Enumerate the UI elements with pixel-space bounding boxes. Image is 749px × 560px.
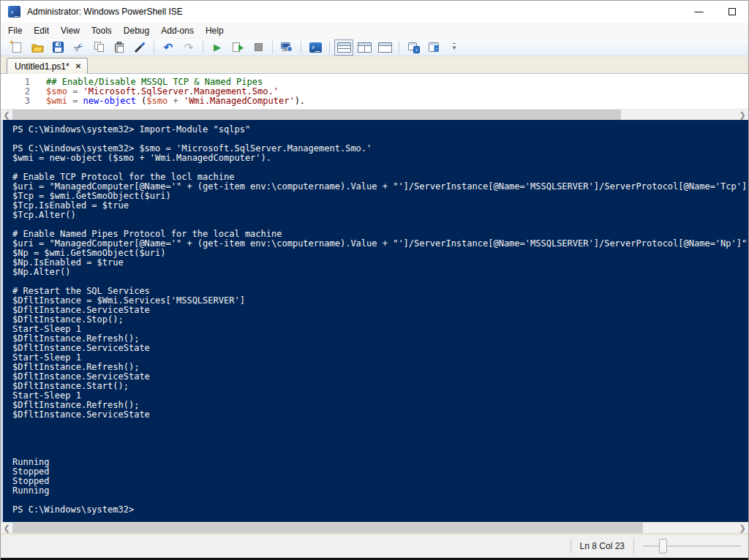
- menu-help[interactable]: Help: [200, 24, 230, 37]
- menu-debug[interactable]: Debug: [118, 24, 155, 37]
- paste-icon: [114, 42, 124, 53]
- show-command-window-button[interactable]: ›: [404, 39, 423, 56]
- maximize-button[interactable]: [715, 1, 748, 23]
- redo-icon: ↷: [184, 42, 194, 53]
- zoom-slider-thumb[interactable]: [659, 539, 667, 553]
- save-script-button[interactable]: [48, 39, 67, 56]
- maximize-icon: [729, 8, 736, 15]
- editor-horizontal-scrollbar: ❮ ❯: [1, 109, 748, 120]
- scrollbar-thumb[interactable]: [12, 110, 621, 120]
- title-bar: ›_ Administrator: Windows PowerShell ISE…: [1, 1, 748, 23]
- toolbar-separator: [399, 41, 399, 54]
- status-bar: Ln 8 Col 23: [1, 533, 748, 558]
- console-pane: PS C:\Windows\system32> Import-Module "s…: [1, 120, 748, 522]
- scroll-right-arrow-icon[interactable]: ❯: [737, 523, 748, 533]
- stop-operation-button[interactable]: [249, 39, 268, 56]
- start-powershell-exe-button[interactable]: ›_: [306, 39, 325, 56]
- clear-console-pane-button[interactable]: [130, 39, 149, 56]
- tab-label: Untitled1.ps1*: [15, 61, 69, 72]
- copy-icon: [94, 42, 105, 53]
- zoom-slider[interactable]: [643, 539, 741, 553]
- toolbar-overflow-button[interactable]: ▾: [445, 39, 464, 56]
- show-script-pane-right-button[interactable]: [355, 39, 374, 56]
- open-script-button[interactable]: [28, 39, 47, 56]
- line-number: 3: [1, 97, 30, 106]
- new-remote-powershell-tab-button[interactable]: [277, 39, 296, 56]
- tab-untitled1[interactable]: Untitled1.ps1* ✕: [7, 58, 88, 74]
- toolbar-separator: [329, 41, 330, 54]
- new-script-button[interactable]: [7, 39, 26, 56]
- menu-bar: FileEditViewToolsDebugAdd-onsHelp: [1, 23, 748, 39]
- script-pane-top-icon: [337, 42, 351, 53]
- clear-pane-icon: [134, 42, 146, 53]
- show-script-pane-top-button[interactable]: [334, 39, 353, 56]
- show-command-addon-button[interactable]: ›: [424, 39, 443, 56]
- menu-tools[interactable]: Tools: [86, 24, 118, 37]
- cut-button[interactable]: ✂: [69, 39, 88, 56]
- zoom-slider-track: [643, 545, 741, 547]
- window-title: Administrator: Windows PowerShell ISE: [27, 7, 183, 17]
- run-script-button[interactable]: ▶: [208, 39, 227, 56]
- run-selection-icon: [232, 42, 244, 53]
- console-output[interactable]: PS C:\Windows\system32> Import-Module "s…: [3, 120, 748, 515]
- svg-text:›: ›: [415, 46, 418, 53]
- undo-icon: ↶: [164, 42, 173, 53]
- menu-edit[interactable]: Edit: [28, 24, 55, 37]
- svg-text:›: ›: [434, 46, 437, 52]
- statusbar-divider: [633, 539, 634, 553]
- scroll-left-arrow-icon[interactable]: ❮: [1, 110, 12, 120]
- redo-button[interactable]: ↷: [179, 39, 198, 56]
- overflow-chevron-icon: ▾: [453, 43, 456, 51]
- script-pane-maximized-icon: [378, 42, 392, 53]
- open-folder-icon: [31, 42, 44, 53]
- powershell-ise-icon: ›_: [8, 6, 20, 18]
- stop-icon: [255, 43, 263, 51]
- scrollbar-track[interactable]: [621, 110, 737, 120]
- show-script-pane-maximized-button[interactable]: [375, 39, 394, 56]
- cursor-position: Ln 8 Col 23: [580, 541, 625, 551]
- statusbar-divider: [571, 539, 571, 553]
- run-selection-button[interactable]: [228, 39, 247, 56]
- menu-addons[interactable]: Add-ons: [155, 24, 200, 37]
- cut-icon: ✂: [72, 40, 86, 55]
- scroll-right-arrow-icon[interactable]: ❯: [737, 110, 748, 120]
- scrollbar-track[interactable]: [643, 523, 737, 533]
- remote-tab-icon: [280, 42, 293, 53]
- script-tab-strip: Untitled1.ps1* ✕: [1, 56, 748, 74]
- minimize-button[interactable]: —: [682, 1, 715, 23]
- undo-button[interactable]: ↶: [159, 39, 178, 56]
- toolbar-separator: [203, 41, 203, 54]
- copy-button[interactable]: [89, 39, 108, 56]
- code-line[interactable]: 3$wmi = new-object ($smo + 'Wmi.ManagedC…: [1, 97, 748, 106]
- toolbar-separator: [301, 41, 301, 54]
- powershell-ise-window: ›_ Administrator: Windows PowerShell ISE…: [0, 0, 749, 560]
- menu-view[interactable]: View: [55, 24, 86, 37]
- toolbar-separator: [154, 41, 154, 54]
- command-window-icon: ›: [407, 42, 420, 53]
- code-text: $wmi = new-object ($smo + 'Wmi.ManagedCo…: [30, 97, 305, 106]
- powershell-icon: ›_: [309, 42, 322, 53]
- command-addon-icon: ›: [428, 42, 440, 53]
- save-icon: [53, 42, 64, 53]
- paste-button[interactable]: [110, 39, 129, 56]
- menu-file[interactable]: File: [2, 24, 28, 37]
- scrollbar-thumb[interactable]: [12, 523, 643, 533]
- close-icon[interactable]: ✕: [75, 62, 81, 70]
- toolbar-separator: [272, 41, 273, 54]
- console-horizontal-scrollbar: ❮ ❯: [1, 522, 748, 533]
- toolbar: ✂ ↶ ↷ ▶ ›_ › ›: [1, 39, 748, 56]
- run-icon: ▶: [214, 42, 221, 52]
- script-pane-right-icon: [358, 42, 372, 53]
- script-editor-pane[interactable]: 1## Enable/Disable MSSQL TCP & Named Pip…: [1, 74, 748, 109]
- new-file-icon: [12, 42, 21, 53]
- scroll-left-arrow-icon[interactable]: ❮: [1, 523, 12, 533]
